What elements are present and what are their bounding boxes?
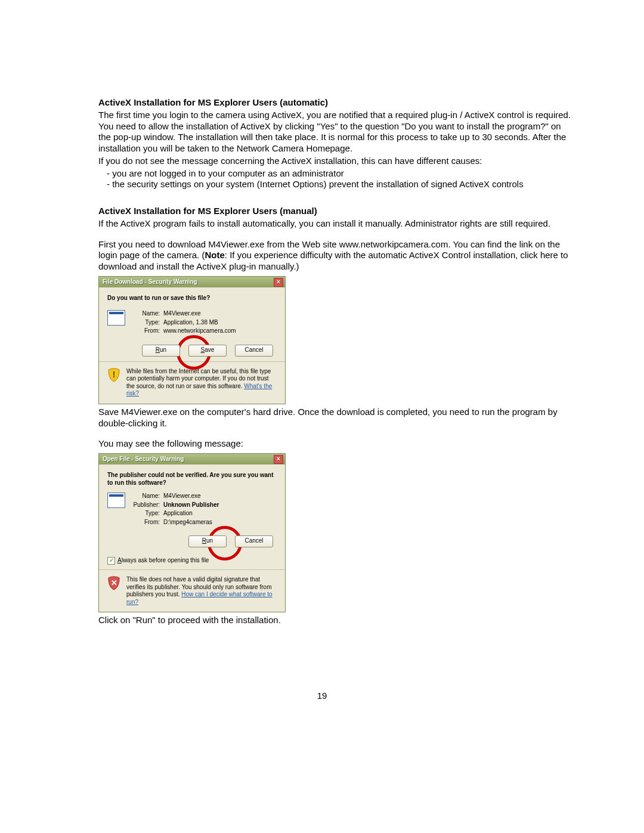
from-label: From: bbox=[131, 327, 160, 335]
file-download-dialog: File Download - Security Warning × Do yo… bbox=[98, 276, 286, 404]
svg-text:!: ! bbox=[113, 370, 116, 379]
name-value: M4Viewer.exe bbox=[163, 310, 201, 318]
publisher-label: Publisher: bbox=[131, 501, 160, 509]
run-button[interactable]: Run bbox=[188, 535, 227, 547]
heading-activex-auto: ActiveX Installation for MS Explorer Use… bbox=[98, 97, 575, 109]
warning-text: While files from the Internet can be use… bbox=[126, 368, 277, 398]
para-manual-2: First you need to download M4Viewer.exe … bbox=[98, 239, 575, 272]
warning-text: This file does not have a valid digital … bbox=[126, 576, 277, 606]
publisher-value: Unknown Publisher bbox=[163, 501, 219, 509]
causes-list: you are not logged in to your computer a… bbox=[98, 168, 575, 191]
from-label: From: bbox=[131, 519, 160, 527]
application-icon bbox=[107, 310, 125, 326]
para-before-dialog2: You may see the following message: bbox=[98, 438, 575, 450]
dialog-titlebar: File Download - Security Warning × bbox=[99, 277, 285, 287]
close-icon[interactable]: × bbox=[274, 455, 283, 464]
checkbox-icon[interactable]: ✓ bbox=[107, 557, 115, 565]
svg-text:✕: ✕ bbox=[111, 578, 117, 587]
dialog-question: The publisher could not be verified. Are… bbox=[107, 472, 277, 487]
cancel-button[interactable]: Cancel bbox=[235, 535, 273, 547]
para-auto-1: The first time you login to the camera u… bbox=[98, 110, 575, 154]
shield-warning-icon: ! bbox=[107, 368, 120, 382]
dialog-titlebar: Open File - Security Warning × bbox=[99, 454, 285, 465]
run-button[interactable]: Run bbox=[142, 345, 180, 357]
name-label: Name: bbox=[131, 310, 160, 318]
from-value: www.networkipcamera.com bbox=[163, 327, 236, 335]
name-value: M4Viewer.exe bbox=[163, 493, 201, 500]
always-ask-checkbox[interactable]: ✓ Always ask before opening this file bbox=[107, 557, 277, 565]
close-icon[interactable]: × bbox=[274, 278, 283, 287]
para-after-dialog1: Save M4Viewer.exe on the computer's hard… bbox=[98, 407, 575, 429]
open-file-dialog: Open File - Security Warning × The publi… bbox=[98, 453, 286, 612]
type-value: Application bbox=[163, 510, 193, 518]
from-value: D:\mpeg4cameras bbox=[163, 519, 212, 527]
dialog-question: Do you want to run or save this file? bbox=[107, 295, 277, 302]
para-auto-2: If you do not see the message concerning… bbox=[98, 156, 575, 167]
para-manual-1: If the ActiveX program fails to install … bbox=[98, 218, 575, 230]
list-item: the security settings on your system (In… bbox=[107, 179, 575, 190]
list-item: you are not logged in to your computer a… bbox=[107, 168, 575, 179]
save-button[interactable]: Save bbox=[188, 345, 227, 357]
type-value: Application, 1.38 MB bbox=[163, 319, 218, 327]
type-label: Type: bbox=[131, 510, 160, 518]
page-number: 19 bbox=[0, 690, 644, 701]
name-label: Name: bbox=[131, 493, 160, 500]
application-icon bbox=[107, 493, 125, 508]
heading-activex-manual: ActiveX Installation for MS Explorer Use… bbox=[98, 206, 575, 217]
cancel-button[interactable]: Cancel bbox=[235, 345, 273, 357]
shield-error-icon: ✕ bbox=[107, 576, 120, 590]
para-after-dialog2: Click on "Run" to proceed with the insta… bbox=[98, 615, 575, 626]
type-label: Type: bbox=[131, 319, 160, 327]
